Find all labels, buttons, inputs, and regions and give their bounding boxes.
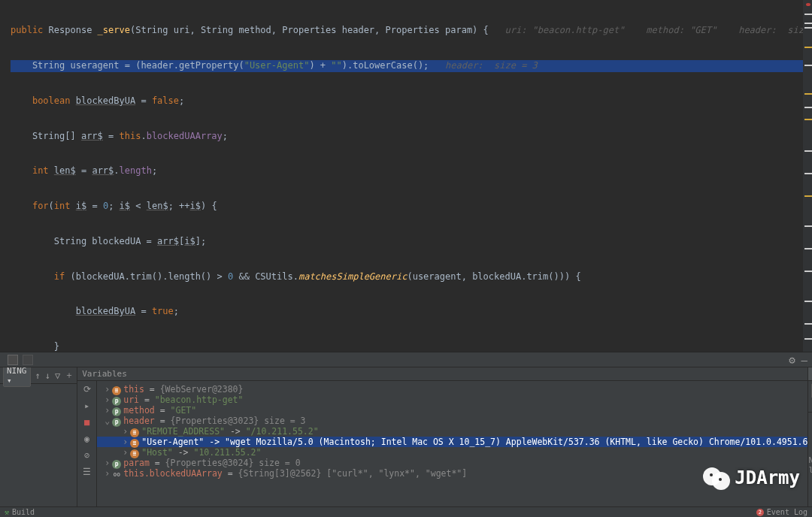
variables-pane: Variables ⟳ ▸ ■ ◉ ⊘ ☰ ›≡this = {WebServe… bbox=[77, 367, 808, 517]
var-host[interactable]: ›≡"Host" -> "10.211.55.2" bbox=[97, 447, 807, 458]
event-log-link[interactable]: Event Log bbox=[767, 508, 807, 516]
memory-pane: Memory Overhead 🔍 Q- ⚙ Class Count Diff▼… bbox=[808, 367, 812, 517]
add-icon[interactable]: ＋ bbox=[65, 369, 74, 382]
variables-header: Variables bbox=[77, 367, 807, 381]
debug-panel: ⚙ — NING ▾ ↑ ↓ ▽ ＋ Variables ⟳ ▸ ■ ◉ ⊘ bbox=[0, 352, 812, 517]
settings-icon[interactable]: ⚙ bbox=[789, 354, 795, 366]
prev-frame-icon[interactable]: ↑ bbox=[35, 370, 41, 381]
layout-view-icon-2[interactable] bbox=[23, 355, 33, 365]
thread-icon[interactable]: ☰ bbox=[81, 467, 93, 477]
event-count-badge[interactable]: 2 bbox=[756, 509, 764, 516]
var-user-agent[interactable]: ›≡"User-Agent" -> "wget Mozilla/5.0 (Mac… bbox=[97, 437, 807, 447]
build-icon[interactable]: ⚒ bbox=[5, 508, 9, 516]
filter-icon[interactable]: ▽ bbox=[55, 370, 60, 381]
var-header[interactable]: ⌄pheader = {Properties@3023} size = 3 bbox=[97, 416, 807, 426]
mute-breakpoints-icon[interactable]: ⊘ bbox=[81, 450, 93, 461]
var-uri[interactable]: ›puri = "beacon.http-get" bbox=[97, 395, 807, 405]
status-bar: ⚒ Build 2 Event Log bbox=[0, 506, 812, 517]
memory-empty-text: No classes loaded. bbox=[808, 455, 812, 475]
frames-pane: NING ▾ ↑ ↓ ▽ ＋ bbox=[0, 367, 77, 517]
memory-columns: Class Count Diff▼ bbox=[808, 401, 812, 413]
col-class[interactable]: Class bbox=[808, 401, 812, 412]
restart-icon[interactable]: ⟳ bbox=[81, 384, 93, 395]
var-param[interactable]: ›pparam = {Properties@3024} size = 0 bbox=[97, 458, 807, 468]
stop-icon[interactable]: ■ bbox=[81, 417, 93, 428]
minimize-icon[interactable]: — bbox=[801, 354, 807, 366]
next-frame-icon[interactable]: ↓ bbox=[45, 370, 50, 381]
tab-memory[interactable]: Memory bbox=[808, 367, 812, 380]
code-editor[interactable]: public Response _serve(String uri, Strin… bbox=[0, 0, 812, 352]
var-this[interactable]: ›≡this = {WebServer@2380} bbox=[97, 384, 807, 395]
resume-icon[interactable]: ▸ bbox=[81, 401, 93, 411]
variables-tree[interactable]: ›≡this = {WebServer@2380} ›puri = "beaco… bbox=[97, 381, 807, 517]
debug-side-toolbar: ⟳ ▸ ■ ◉ ⊘ ☰ bbox=[77, 381, 97, 517]
var-method[interactable]: ›pmethod = "GET" bbox=[97, 405, 807, 416]
view-breakpoints-icon[interactable]: ◉ bbox=[81, 434, 93, 444]
var-blockedUAArray[interactable]: ›oothis.blockedUAArray = {String[3]@2562… bbox=[97, 468, 807, 479]
editor-gutter[interactable] bbox=[803, 0, 812, 352]
debug-panel-header: ⚙ — bbox=[0, 352, 812, 367]
layout-view-icon[interactable] bbox=[8, 355, 18, 365]
build-label[interactable]: Build bbox=[12, 508, 35, 516]
var-remote-address[interactable]: ›≡"REMOTE_ADDRESS" -> "/10.211.55.2" bbox=[97, 426, 807, 437]
